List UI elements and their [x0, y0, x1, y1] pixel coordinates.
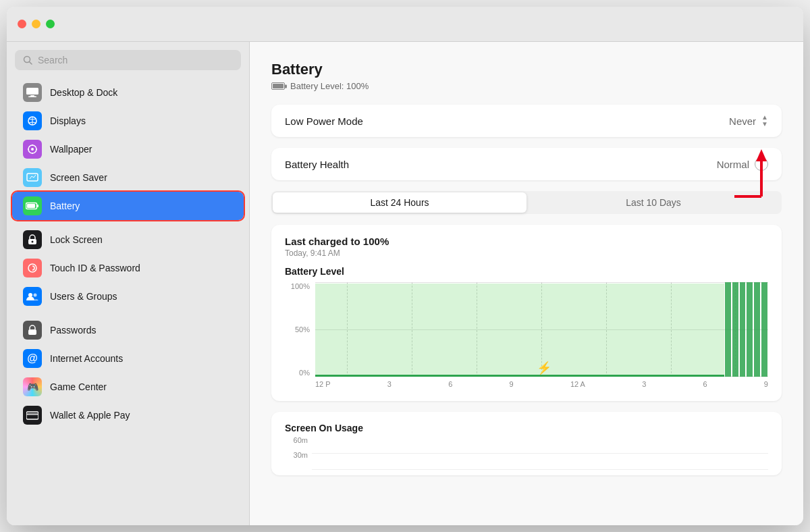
sidebar-item-desktop-dock[interactable]: Desktop & Dock — [12, 78, 244, 107]
svg-line-1 — [30, 62, 32, 65]
svg-marker-28 — [756, 149, 767, 161]
sidebar-item-wallpaper[interactable]: Wallpaper — [12, 135, 244, 163]
search-bar[interactable]: Search — [15, 50, 241, 70]
svg-rect-4 — [28, 97, 36, 98]
battery-health-wrapper: Battery Health Normal i — [271, 148, 782, 180]
battery-fill-area — [315, 284, 724, 377]
battery-health-label: Battery Health — [285, 159, 349, 170]
svg-rect-15 — [37, 205, 39, 207]
screen-on-usage-label: Screen On Usage — [285, 423, 768, 433]
battery-level-text: Battery Level: 100% — [290, 81, 369, 91]
arrow-annotation — [729, 142, 770, 206]
users-groups-icon — [23, 287, 42, 306]
wallpaper-icon — [23, 140, 42, 159]
sidebar-item-wallet[interactable]: Wallet & Apple Pay — [12, 401, 244, 429]
wallet-label: Wallet & Apple Pay — [50, 410, 130, 421]
battery-level-chart-label: Battery Level — [285, 266, 768, 277]
x-label-3a: 3 — [387, 380, 392, 388]
lightning-icon: ⚡ — [537, 361, 551, 375]
screen-usage-section: Screen On Usage 60m 30m — [271, 412, 782, 475]
x-label-3b: 3 — [642, 380, 646, 388]
screen-chart — [312, 436, 768, 470]
game-center-icon: 🎮 — [23, 377, 42, 396]
battery-chart-section: Last charged to 100% Today, 9:41 AM Batt… — [271, 225, 782, 401]
x-label-12p: 12 P — [315, 380, 331, 388]
sidebar-item-screen-saver[interactable]: Screen Saver — [12, 163, 244, 192]
tab-switcher: Last 24 Hours Last 10 Days — [271, 191, 782, 214]
svg-point-18 — [32, 241, 34, 243]
lock-screen-label: Lock Screen — [50, 234, 103, 245]
last-charged-label: Last charged to 100% — [285, 236, 768, 247]
sidebar-item-internet-accounts[interactable]: @ Internet Accounts — [12, 344, 244, 373]
y-label-50: 50% — [295, 325, 310, 334]
screen-saver-icon — [23, 168, 42, 187]
battery-level-chart: 100% 50% 0% — [285, 282, 768, 390]
main-window: Search Desktop & Dock — [7, 7, 803, 525]
minimize-button[interactable] — [32, 20, 40, 28]
chart-header: Last charged to 100% Today, 9:41 AM — [285, 236, 768, 258]
desktop-dock-icon — [23, 83, 42, 102]
internet-accounts-label: Internet Accounts — [50, 353, 123, 364]
svg-rect-13 — [27, 174, 38, 181]
lock-screen-icon — [23, 230, 42, 249]
chart-plot-area: ⚡ 12 P 3 6 9 12 A 3 6 9 — [315, 282, 768, 390]
screen-saver-label: Screen Saver — [50, 172, 107, 183]
battery-sidebar-icon — [23, 196, 42, 215]
screen-y-30m: 30m — [294, 451, 308, 459]
charging-area — [724, 282, 768, 377]
main-content: Battery Battery Level: 100% Low Power Mo… — [250, 42, 803, 525]
x-label-6a: 6 — [448, 380, 452, 388]
users-groups-label: Users & Groups — [50, 291, 117, 302]
sidebar-item-battery[interactable]: Battery — [12, 192, 244, 220]
low-power-value: Never — [729, 115, 756, 127]
page-subtitle: Battery Level: 100% — [271, 81, 782, 91]
search-icon — [23, 55, 32, 65]
y-label-0: 0% — [299, 369, 310, 377]
sidebar-item-displays[interactable]: Displays — [12, 107, 244, 135]
low-power-value-container: Never ▲ ▼ — [729, 114, 768, 128]
traffic-lights — [18, 20, 55, 28]
wallpaper-label: Wallpaper — [50, 144, 92, 155]
svg-rect-24 — [26, 412, 38, 419]
sidebar-item-lock-screen[interactable]: Lock Screen — [12, 225, 244, 254]
svg-rect-2 — [26, 88, 38, 95]
passwords-icon — [23, 321, 42, 340]
sidebar-item-passwords[interactable]: Passwords — [12, 316, 244, 344]
touch-id-label: Touch ID & Password — [50, 263, 140, 273]
x-label-6b: 6 — [703, 380, 707, 388]
battery-sidebar-label: Battery — [50, 201, 80, 211]
search-placeholder: Search — [38, 55, 68, 65]
screen-usage-chart-area: 60m 30m — [285, 436, 768, 470]
page-title: Battery — [271, 61, 782, 78]
close-button[interactable] — [18, 20, 26, 28]
x-label-12a: 12 A — [570, 380, 585, 388]
y-axis: 100% 50% 0% — [285, 282, 315, 390]
sidebar-item-game-center[interactable]: 🎮 Game Center — [12, 373, 244, 401]
separator-2 — [7, 311, 249, 316]
low-power-row: Low Power Mode Never ▲ ▼ — [271, 105, 782, 137]
sidebar-item-touch-id[interactable]: Touch ID & Password — [12, 254, 244, 282]
sidebar-item-users-groups[interactable]: Users & Groups — [12, 282, 244, 311]
svg-point-8 — [31, 148, 34, 151]
svg-point-22 — [34, 294, 37, 297]
passwords-label: Passwords — [50, 325, 96, 336]
red-arrow-svg — [729, 142, 770, 203]
svg-rect-16 — [27, 204, 35, 208]
stepper-control[interactable]: ▲ ▼ — [761, 114, 768, 128]
x-axis-labels: 12 P 3 6 9 12 A 3 6 9 — [315, 378, 768, 390]
displays-label: Displays — [50, 115, 86, 126]
page-header: Battery Battery Level: 100% — [271, 61, 782, 91]
titlebar — [7, 7, 803, 42]
screen-y-60m: 60m — [294, 436, 308, 444]
maximize-button[interactable] — [46, 20, 55, 28]
svg-point-19 — [28, 264, 36, 272]
tab-24h[interactable]: Last 24 Hours — [273, 192, 526, 213]
screen-y-axis: 60m 30m — [285, 436, 312, 470]
low-power-label: Low Power Mode — [285, 115, 363, 127]
low-power-card: Low Power Mode Never ▲ ▼ — [271, 105, 782, 137]
svg-rect-23 — [28, 329, 36, 335]
internet-accounts-icon: @ — [23, 349, 42, 368]
separator-1 — [7, 220, 249, 225]
battery-icon-subtitle — [271, 82, 285, 90]
sidebar: Search Desktop & Dock — [7, 42, 250, 525]
